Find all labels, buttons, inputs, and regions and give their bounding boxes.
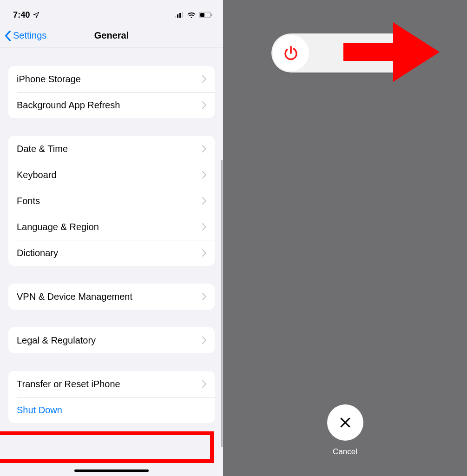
cell-transfer-reset-iphone[interactable]: Transfer or Reset iPhone xyxy=(8,371,215,397)
status-time: 7:40 xyxy=(13,10,39,20)
slide-label: off xyxy=(309,46,419,60)
settings-group: iPhone Storage Background App Refresh xyxy=(8,66,215,118)
cell-label: Transfer or Reset iPhone xyxy=(17,379,120,390)
close-icon xyxy=(338,416,352,430)
battery-icon xyxy=(199,12,213,18)
svg-rect-1 xyxy=(177,14,178,18)
svg-rect-6 xyxy=(211,14,212,16)
back-label: Settings xyxy=(13,30,46,41)
cell-label: Dictionary xyxy=(17,248,58,258)
cell-language-region[interactable]: Language & Region xyxy=(8,214,215,240)
cell-label: Keyboard xyxy=(17,170,57,180)
svg-rect-3 xyxy=(182,12,183,18)
cell-label: Language & Region xyxy=(17,222,99,232)
chevron-right-icon xyxy=(202,380,206,388)
cell-date-time[interactable]: Date & Time xyxy=(8,136,215,162)
cellular-icon xyxy=(175,12,184,18)
cell-legal-regulatory[interactable]: Legal & Regulatory xyxy=(8,327,215,353)
slide-to-power-off[interactable]: off xyxy=(271,33,419,73)
power-knob[interactable] xyxy=(273,35,309,71)
cancel-area: Cancel xyxy=(327,404,363,456)
cell-vpn-device-management[interactable]: VPN & Device Management xyxy=(8,284,215,310)
cell-dictionary[interactable]: Dictionary xyxy=(8,240,215,266)
location-icon xyxy=(33,12,39,18)
chevron-right-icon xyxy=(202,197,206,205)
settings-group: VPN & Device Management xyxy=(8,284,215,310)
settings-general-screen: 7:40 xyxy=(0,0,223,476)
cancel-button[interactable] xyxy=(327,404,363,441)
settings-group: Date & Time Keyboard Fonts Language & Re… xyxy=(8,136,215,266)
scrollbar[interactable] xyxy=(221,160,223,447)
cell-label: Date & Time xyxy=(17,144,68,154)
cancel-label: Cancel xyxy=(333,447,357,456)
cell-keyboard[interactable]: Keyboard xyxy=(8,162,215,188)
home-indicator[interactable] xyxy=(74,469,149,472)
chevron-left-icon xyxy=(5,31,11,41)
clock-label: 7:40 xyxy=(13,10,30,20)
annotation-highlight xyxy=(0,431,214,463)
settings-group: Legal & Regulatory xyxy=(8,327,215,353)
cell-shut-down[interactable]: Shut Down xyxy=(8,397,215,423)
cell-background-app-refresh[interactable]: Background App Refresh xyxy=(8,92,215,118)
cell-fonts[interactable]: Fonts xyxy=(8,188,215,214)
chevron-right-icon xyxy=(202,223,206,231)
svg-rect-0 xyxy=(175,16,176,18)
status-bar: 7:40 xyxy=(0,0,223,24)
back-button[interactable]: Settings xyxy=(5,30,46,41)
cell-iphone-storage[interactable]: iPhone Storage xyxy=(8,66,215,92)
chevron-right-icon xyxy=(202,171,206,178)
chevron-right-icon xyxy=(202,145,206,152)
power-off-screen: off Cancel xyxy=(223,0,467,476)
chevron-right-icon xyxy=(202,101,206,109)
settings-list: iPhone Storage Background App Refresh Da… xyxy=(0,47,223,476)
settings-group: Transfer or Reset iPhone Shut Down xyxy=(8,371,215,423)
power-icon xyxy=(283,45,299,61)
chevron-right-icon xyxy=(202,293,206,300)
cell-label: iPhone Storage xyxy=(17,74,81,85)
nav-header: Settings General xyxy=(0,24,223,47)
chevron-right-icon xyxy=(202,337,206,344)
cell-label: Background App Refresh xyxy=(17,100,120,111)
cell-label: Shut Down xyxy=(17,405,62,416)
chevron-right-icon xyxy=(202,75,206,83)
wifi-icon xyxy=(187,12,196,18)
cell-label: VPN & Device Management xyxy=(17,291,132,302)
svg-rect-5 xyxy=(200,13,204,17)
chevron-right-icon xyxy=(202,249,206,257)
status-icons xyxy=(175,12,213,18)
cell-label: Legal & Regulatory xyxy=(17,335,96,346)
cell-label: Fonts xyxy=(17,196,40,206)
svg-rect-2 xyxy=(179,13,181,18)
